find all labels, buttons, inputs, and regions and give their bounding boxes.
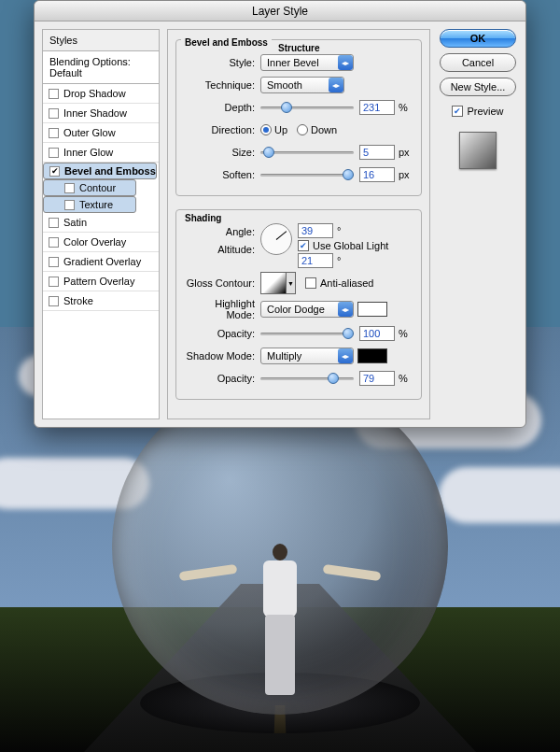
shadow-opacity-slider[interactable] bbox=[260, 372, 354, 385]
style-item-label: Texture bbox=[79, 199, 135, 210]
highlight-mode-label: Highlight Mode: bbox=[184, 298, 260, 320]
gloss-contour-dropdown[interactable]: ▼ bbox=[287, 272, 296, 294]
angle-input[interactable]: 39 bbox=[298, 223, 333, 238]
depth-label: Depth: bbox=[184, 102, 260, 113]
style-item-gradient-overlay[interactable]: Gradient Overlay bbox=[43, 252, 159, 272]
anti-aliased-checkbox[interactable] bbox=[305, 277, 316, 289]
layer-style-dialog: Layer Style Styles Blending Options: Def… bbox=[34, 0, 526, 428]
shadow-mode-value: Multiply bbox=[267, 350, 301, 362]
style-checkbox[interactable] bbox=[49, 148, 59, 158]
highlight-opacity-slider[interactable] bbox=[260, 327, 354, 340]
style-checkbox[interactable] bbox=[49, 277, 59, 287]
style-item-label: Outer Glow bbox=[63, 127, 153, 138]
style-checkbox[interactable] bbox=[49, 218, 59, 228]
shadow-mode-select[interactable]: Multiply◂▸ bbox=[260, 348, 354, 364]
styles-header[interactable]: Styles bbox=[43, 30, 159, 51]
style-item-bevel-and-emboss[interactable]: ✔Bevel and Emboss bbox=[43, 163, 157, 179]
shadow-opacity-input[interactable]: 79 bbox=[359, 371, 395, 386]
style-item-drop-shadow[interactable]: Drop Shadow bbox=[43, 84, 159, 104]
style-item-label: Gradient Overlay bbox=[63, 256, 153, 267]
style-checkbox[interactable] bbox=[49, 257, 59, 267]
direction-label: Direction: bbox=[184, 124, 260, 135]
style-item-stroke[interactable]: Stroke bbox=[43, 291, 159, 311]
style-value: Inner Bevel bbox=[267, 57, 319, 68]
soften-unit: px bbox=[399, 169, 410, 180]
gloss-contour-swatch[interactable] bbox=[260, 272, 287, 294]
new-style-button[interactable]: New Style... bbox=[440, 78, 516, 96]
altitude-unit: ° bbox=[337, 255, 341, 266]
depth-slider[interactable] bbox=[260, 101, 354, 114]
style-checkbox[interactable]: ✔ bbox=[49, 166, 60, 177]
style-item-texture[interactable]: Texture bbox=[43, 196, 136, 213]
style-checkbox[interactable] bbox=[49, 237, 59, 248]
preview-checkbox[interactable]: ✔ bbox=[452, 106, 463, 117]
style-item-outer-glow[interactable]: Outer Glow bbox=[43, 123, 159, 143]
technique-select[interactable]: Smooth◂▸ bbox=[260, 77, 344, 93]
style-select[interactable]: Inner Bevel◂▸ bbox=[260, 54, 354, 71]
dropdown-icon: ◂▸ bbox=[338, 348, 353, 363]
structure-legend: Structure bbox=[274, 43, 323, 53]
blending-options-item[interactable]: Blending Options: Default bbox=[43, 51, 159, 84]
settings-panel: Bevel and Emboss Structure Style: Inner … bbox=[167, 29, 430, 419]
soften-label: Soften: bbox=[184, 169, 260, 180]
up-label: Up bbox=[274, 124, 287, 135]
style-item-label: Contour bbox=[79, 182, 135, 193]
style-checkbox[interactable] bbox=[49, 296, 59, 306]
down-label: Down bbox=[311, 124, 337, 135]
global-light-label: Use Global Light bbox=[313, 240, 388, 251]
altitude-input[interactable]: 21 bbox=[298, 253, 333, 268]
style-item-label: Drop Shadow bbox=[63, 88, 153, 99]
direction-down-radio[interactable] bbox=[297, 124, 308, 135]
shading-legend: Shading bbox=[181, 213, 225, 223]
style-checkbox[interactable] bbox=[64, 183, 75, 193]
highlight-opacity-input[interactable]: 100 bbox=[359, 326, 395, 341]
style-item-color-overlay[interactable]: Color Overlay bbox=[43, 233, 159, 252]
angle-unit: ° bbox=[337, 225, 341, 236]
anti-aliased-label: Anti-aliased bbox=[320, 277, 373, 289]
angle-dial[interactable] bbox=[260, 223, 292, 255]
preview-label: Preview bbox=[467, 106, 503, 117]
style-item-contour[interactable]: Contour bbox=[43, 179, 136, 196]
style-checkbox[interactable] bbox=[49, 89, 59, 99]
s-opacity-unit: % bbox=[399, 373, 408, 384]
global-light-checkbox[interactable]: ✔ bbox=[298, 240, 309, 251]
size-input[interactable]: 5 bbox=[359, 145, 395, 160]
technique-value: Smooth bbox=[267, 79, 302, 91]
gloss-contour-label: Gloss Contour: bbox=[184, 277, 260, 289]
highlight-mode-select[interactable]: Color Dodge◂▸ bbox=[260, 301, 354, 318]
style-checkbox[interactable] bbox=[49, 128, 59, 138]
technique-label: Technique: bbox=[184, 79, 260, 91]
style-item-pattern-overlay[interactable]: Pattern Overlay bbox=[43, 272, 159, 291]
style-item-label: Inner Glow bbox=[63, 147, 153, 158]
style-item-inner-shadow[interactable]: Inner Shadow bbox=[43, 104, 159, 123]
size-label: Size: bbox=[184, 147, 260, 158]
soften-input[interactable]: 16 bbox=[359, 167, 395, 182]
shading-fieldset: Angle: Altitude: 39° ✔Use Global Light 2… bbox=[175, 209, 422, 400]
style-item-label: Inner Shadow bbox=[63, 107, 153, 119]
dropdown-icon: ◂▸ bbox=[338, 55, 353, 70]
shadow-color-swatch[interactable] bbox=[357, 348, 387, 363]
style-checkbox[interactable] bbox=[64, 200, 75, 210]
highlight-color-swatch[interactable] bbox=[357, 302, 387, 317]
styles-list-panel: Styles Blending Options: Default Drop Sh… bbox=[42, 29, 160, 419]
depth-input[interactable]: 231 bbox=[359, 100, 395, 115]
angle-label: Angle: bbox=[184, 223, 255, 244]
ok-button[interactable]: OK bbox=[440, 29, 516, 48]
shadow-opacity-label: Opacity: bbox=[184, 373, 260, 384]
style-item-label: Stroke bbox=[63, 295, 153, 306]
depth-unit: % bbox=[399, 102, 408, 113]
soften-slider[interactable] bbox=[260, 168, 354, 181]
style-item-inner-glow[interactable]: Inner Glow bbox=[43, 143, 159, 163]
style-checkbox[interactable] bbox=[49, 108, 59, 119]
style-item-label: Color Overlay bbox=[63, 236, 153, 248]
direction-up-radio[interactable] bbox=[260, 124, 272, 135]
size-slider[interactable] bbox=[260, 146, 354, 159]
panel-title: Bevel and Emboss bbox=[181, 37, 272, 48]
dialog-buttons: OK Cancel New Style... ✔ Preview bbox=[438, 29, 518, 419]
cancel-button[interactable]: Cancel bbox=[440, 53, 516, 72]
dialog-titlebar[interactable]: Layer Style bbox=[35, 1, 525, 21]
dropdown-icon: ◂▸ bbox=[338, 302, 353, 317]
style-item-label: Pattern Overlay bbox=[63, 276, 153, 287]
style-item-satin[interactable]: Satin bbox=[43, 213, 159, 233]
dropdown-icon: ◂▸ bbox=[329, 78, 343, 92]
